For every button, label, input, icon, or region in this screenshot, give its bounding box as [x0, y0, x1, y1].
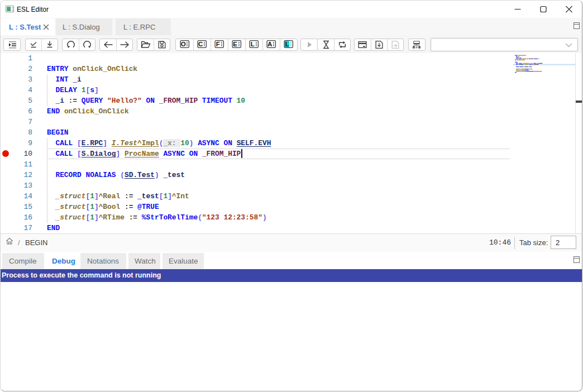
svg-text:A: A	[267, 41, 272, 47]
svg-text:E: E	[233, 41, 237, 47]
svg-text:O: O	[180, 41, 185, 47]
svg-text:C: C	[198, 41, 203, 47]
svg-text:L: L	[251, 41, 255, 47]
svg-text:F: F	[216, 41, 220, 47]
svg-text:L: L	[285, 41, 289, 47]
